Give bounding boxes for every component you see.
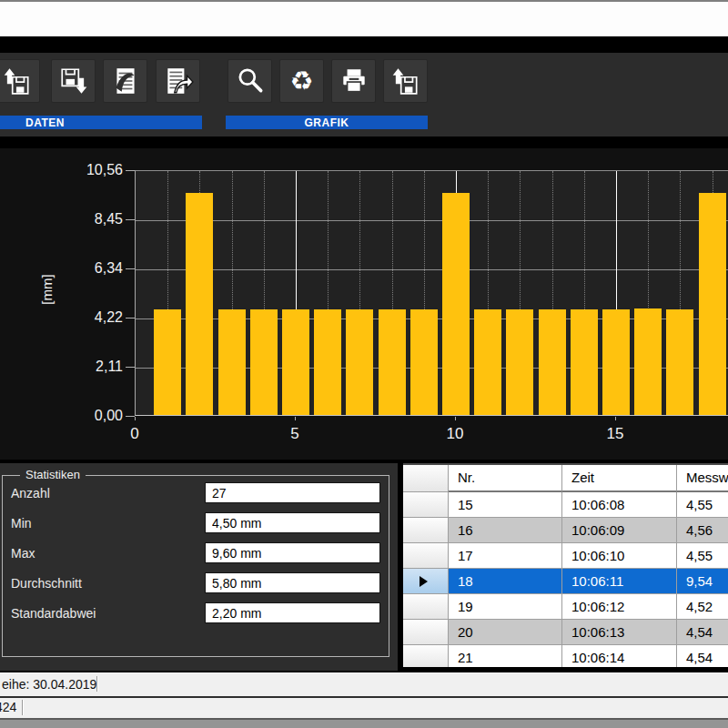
- chart-bar: [634, 308, 662, 415]
- y-tick-label: 0,00: [46, 408, 123, 424]
- column-header-zeit[interactable]: Zeit: [562, 465, 677, 492]
- y-tick-mark: [126, 318, 135, 318]
- y-tick-mark: [126, 367, 135, 368]
- stat-input-standardabwei[interactable]: [205, 602, 380, 623]
- document-delete-icon: [110, 66, 141, 96]
- table-cell[interactable]: 4,55: [677, 492, 728, 518]
- chart-bar: [699, 193, 726, 415]
- chart-bar: [250, 309, 278, 415]
- table-cell[interactable]: 16: [449, 518, 562, 543]
- stat-input-max[interactable]: [205, 542, 380, 563]
- measurement-table[interactable]: Nr.ZeitMesswert1510:06:084,551610:06:094…: [403, 463, 728, 667]
- chart-bar: [410, 309, 438, 415]
- table-cell[interactable]: 10:06:14: [562, 645, 677, 667]
- y-tick-label: 10,56: [46, 162, 123, 178]
- row-header[interactable]: [403, 518, 449, 543]
- x-tick-label: 5: [278, 425, 311, 443]
- y-tick-label: 8,45: [46, 211, 123, 228]
- export-data-button[interactable]: [156, 59, 200, 103]
- save-data-button[interactable]: [51, 59, 96, 103]
- table-cell[interactable]: 4,56: [677, 518, 728, 543]
- row-header[interactable]: [403, 645, 449, 667]
- table-cell[interactable]: 10:06:08: [562, 492, 677, 518]
- table-cell[interactable]: 10:06:13: [562, 620, 677, 645]
- statistics-panel: Statistiken AnzahlMinMaxDurchschnittStan…: [0, 463, 398, 671]
- floppy-up-arrow-icon: [390, 66, 421, 96]
- grafik-section-label: GRAFIK: [226, 116, 428, 129]
- zoom-graph-button[interactable]: [228, 59, 272, 103]
- table-cell[interactable]: 10:06:09: [562, 518, 677, 543]
- row-header[interactable]: [403, 620, 449, 645]
- chart-bar: [282, 309, 309, 415]
- table-cell[interactable]: 17: [449, 543, 562, 569]
- stat-label-durchschnitt: Durchschnitt: [11, 576, 82, 591]
- x-tick-label: 15: [599, 425, 632, 443]
- document-arrow-icon: [163, 66, 194, 96]
- chart-bar: [346, 309, 373, 415]
- stat-input-anzahl[interactable]: [205, 482, 380, 503]
- stat-label-max: Max: [11, 546, 35, 561]
- window-bottom-strip: [0, 720, 728, 728]
- x-tick-mark: [455, 417, 456, 420]
- row-header[interactable]: [403, 594, 449, 620]
- row-header[interactable]: [403, 492, 449, 518]
- table-cell[interactable]: 10:06:10: [562, 543, 677, 569]
- clear-data-button[interactable]: [103, 59, 147, 103]
- title-band: [0, 2, 728, 36]
- table-cell[interactable]: 4,54: [677, 645, 728, 667]
- table-cell[interactable]: 18: [449, 569, 562, 594]
- x-tick-mark: [135, 417, 136, 420]
- statusbar-device: 424: [0, 698, 728, 718]
- x-tick-label: 10: [439, 425, 471, 443]
- table-cell[interactable]: 4,54: [677, 620, 728, 645]
- y-tick-label: 6,34: [46, 260, 123, 277]
- row-header[interactable]: [403, 569, 449, 594]
- table-corner-cell[interactable]: [403, 465, 449, 492]
- table-cell[interactable]: 9,54: [677, 569, 728, 594]
- load-data-button[interactable]: [0, 59, 40, 103]
- column-header-messwert[interactable]: Messwert: [677, 465, 728, 492]
- table-cell[interactable]: 20: [449, 620, 562, 645]
- chart-bar: [571, 309, 598, 415]
- separator-band: [0, 36, 728, 53]
- table-cell[interactable]: 4,52: [677, 594, 728, 620]
- chart-bar: [442, 193, 470, 415]
- daten-section-label: DATEN: [0, 116, 202, 129]
- print-graph-button[interactable]: [331, 59, 376, 103]
- grafik-section-bar: GRAFIK: [226, 116, 428, 129]
- chart-bar: [539, 309, 566, 415]
- x-tick-label: 0: [118, 425, 151, 443]
- y-tick-mark: [126, 416, 135, 417]
- table-cell[interactable]: 21: [449, 645, 562, 667]
- table-cell[interactable]: 4,55: [677, 543, 728, 569]
- save-graph-button[interactable]: [383, 59, 428, 103]
- table-cell[interactable]: 10:06:12: [562, 594, 677, 620]
- statistics-title: Statistiken: [20, 468, 86, 481]
- chart-bar: [379, 309, 406, 415]
- recycle-icon: ♻: [290, 68, 314, 95]
- stat-label-anzahl: Anzahl: [11, 486, 50, 500]
- stat-input-durchschnitt[interactable]: [205, 572, 380, 593]
- y-tick-mark: [126, 170, 135, 171]
- table-cell[interactable]: 19: [449, 594, 562, 620]
- plot-area: [135, 170, 728, 416]
- column-header-nr[interactable]: Nr.: [449, 465, 562, 492]
- chart-bar: [474, 309, 501, 415]
- reset-graph-button[interactable]: ♻: [279, 59, 324, 103]
- floppy-down-arrow-icon: [58, 66, 89, 96]
- statusbar-date-text: eihe: 30.04.2019: [2, 677, 96, 692]
- chart-bar: [602, 309, 630, 415]
- row-header[interactable]: [403, 543, 449, 569]
- statusbar-date: eihe: 30.04.2019: [0, 672, 728, 696]
- daten-section-bar: DATEN: [0, 116, 202, 129]
- stat-input-min[interactable]: [205, 512, 380, 533]
- chart-bar: [218, 309, 246, 415]
- table-cell[interactable]: 10:06:11: [562, 569, 677, 594]
- chart-bar: [314, 309, 341, 415]
- y-tick-label: 2,11: [46, 359, 123, 375]
- magnifier-icon: [235, 66, 266, 96]
- stat-label-standardabwei: Standardabwei: [11, 606, 96, 621]
- y-tick-label: 4,22: [46, 309, 123, 326]
- y-tick-mark: [126, 268, 135, 269]
- table-cell[interactable]: 15: [449, 492, 562, 518]
